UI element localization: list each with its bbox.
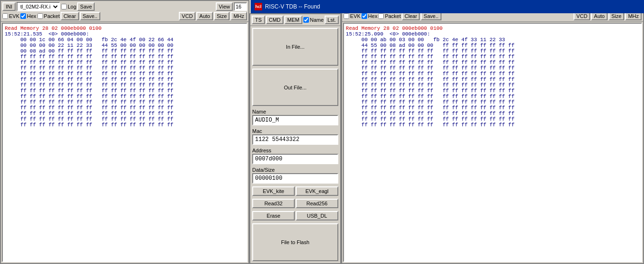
ts-button[interactable]: TS: [252, 16, 265, 24]
right-hex-line: ff ff ff ff ff ff ff ff ff ff ff ff ff f…: [346, 88, 639, 94]
left-log-label: Log: [68, 4, 76, 9]
lst-button[interactable]: Lst.: [325, 16, 339, 24]
right-hex-line: 44 55 00 08 ad 00 00 00 ff ff ff ff ff f…: [346, 43, 639, 48]
left-panel: INI tl_02M2-RX.i Log Save View EVK Hex P…: [0, 0, 249, 264]
left-save-dots-button[interactable]: Save..: [80, 12, 100, 20]
read256-button[interactable]: Read256: [296, 199, 338, 208]
left-clear-button[interactable]: Clear: [61, 12, 79, 20]
cmd-button[interactable]: CMD: [266, 16, 283, 24]
right-hex-lines: 00 00 ab 00 03 00 00 fb 2c 4e 4f 33 11 2…: [346, 37, 639, 128]
left-hex-line: ff ff ff ff ff ff ff ff ff ff ff ff ff f…: [5, 54, 245, 60]
dialog-name-checkbox[interactable]: [303, 17, 309, 23]
left-hex-line: ff ff ff ff ff ff ff ff ff ff ff ff ff f…: [5, 122, 245, 128]
left-save-button[interactable]: Save: [77, 2, 95, 11]
mac-input[interactable]: [252, 134, 338, 145]
evk-eagle-button[interactable]: EVK_eagl: [296, 186, 338, 196]
right-hex-checkbox[interactable]: [362, 13, 367, 19]
usb-dl-button[interactable]: USB_DL: [296, 211, 338, 220]
left-view-num[interactable]: [234, 2, 247, 11]
left-hex-line: ff ff ff ff ff ff ff ff ff ff ff ff ff f…: [5, 60, 245, 65]
left-toolbar: INI tl_02M2-RX.i Log Save View EVK Hex P…: [1, 1, 248, 22]
left-vcd-button[interactable]: VCD: [179, 12, 195, 20]
right-hex-line: ff ff ff ff ff ff ff ff ff ff ff ff ff f…: [346, 54, 639, 60]
left-evk-label: EVK: [9, 13, 19, 19]
dialog-panel: TS CMD MEM Name Lst. In File... Out File…: [249, 13, 341, 264]
name-field-label: Name: [252, 109, 338, 114]
mac-field-group: Mac: [252, 128, 338, 145]
left-hex-line: 00 08 ad 00 ff ff ff ff ff ff ff ff ff f…: [5, 48, 245, 54]
right-hex-line: ff ff ff ff ff ff ff ff ff ff ff ff ff f…: [346, 65, 639, 71]
file-to-flash-button[interactable]: File to Flash: [252, 223, 338, 261]
right-hex-line: ff ff ff ff ff ff ff ff ff ff ff ff ff f…: [346, 122, 639, 128]
left-hex-line: ff ff ff ff ff ff ff ff ff ff ff ff ff f…: [5, 111, 245, 116]
left-ini-button[interactable]: INI: [2, 2, 16, 11]
address-field-label: Address: [252, 148, 338, 153]
right-hex-time: 15:52:25.090 <0> 000eb000:: [346, 31, 639, 37]
left-hex-header: Read Memory 28 02 000eb000 0100: [5, 26, 245, 31]
right-evk-label: EVK: [350, 13, 361, 19]
right-hex-line: ff ff ff ff ff ff ff ff ff ff ff ff ff f…: [346, 99, 639, 105]
left-view-button[interactable]: View: [216, 2, 233, 11]
left-hex-content: Read Memory 28 02 000eb000 0100 15:52:21…: [2, 23, 247, 262]
left-packet-label: Packet: [44, 13, 60, 19]
right-hex-line: ff ff ff ff ff ff ff ff ff ff ff ff ff f…: [346, 94, 639, 99]
right-hex-line: 00 00 ab 00 03 00 00 fb 2c 4e 4f 33 11 2…: [346, 37, 639, 43]
left-size-button[interactable]: Size: [214, 12, 229, 20]
right-hex-line: ff ff ff ff ff ff ff ff ff ff ff ff ff f…: [346, 82, 639, 88]
left-hex-line: ff ff ff ff ff ff ff ff ff ff ff ff ff f…: [5, 94, 245, 99]
left-hex-line: ff ff ff ff ff ff ff ff ff ff ff ff ff f…: [5, 82, 245, 88]
right-packet-checkbox[interactable]: [378, 13, 384, 19]
left-hex-line: 00 00 1c 00 66 04 00 00 fb 2c 4e 4f 00 2…: [5, 37, 245, 43]
left-evk-checkbox[interactable]: [2, 13, 8, 19]
right-evk-checkbox[interactable]: [344, 13, 349, 19]
left-toolbar-row1: INI tl_02M2-RX.i Log Save View: [2, 2, 247, 11]
title-icon: hcl: [255, 3, 262, 10]
left-toolbar-row2: EVK Hex Packet Clear Save.. VCD Auto Siz…: [2, 12, 247, 20]
dialog-body: In File... Out File... Name Mac Address …: [250, 26, 340, 263]
dialog-name-label: Name: [310, 17, 324, 23]
data-size-field-label: Data/Size: [252, 167, 338, 173]
right-hex-line: ff ff ff ff ff ff ff ff ff ff ff ff ff f…: [346, 105, 639, 111]
left-device-dropdown[interactable]: tl_02M2-RX.i: [17, 2, 60, 11]
right-hex-line: ff ff ff ff ff ff ff ff ff ff ff ff ff f…: [346, 116, 639, 122]
right-hex-line: ff ff ff ff ff ff ff ff ff ff ff ff ff f…: [346, 60, 639, 65]
title-text: RISC-V TDB -- Found: [265, 3, 320, 10]
left-hex-line: ff ff ff ff ff ff ff ff ff ff ff ff ff f…: [5, 88, 245, 94]
left-hex-line: ff ff ff ff ff ff ff ff ff ff ff ff ff f…: [5, 116, 245, 122]
data-size-field-group: Data/Size: [252, 167, 338, 184]
mac-field-label: Mac: [252, 128, 338, 134]
left-packet-checkbox[interactable]: [37, 13, 43, 19]
data-size-input[interactable]: [252, 173, 338, 184]
right-panel: INI tl_02M2-T0.i Log Save View ▶ EVK Hex…: [341, 0, 644, 264]
evk-kite-button[interactable]: EVK_kite: [252, 186, 295, 196]
out-file-button[interactable]: Out File...: [252, 69, 338, 106]
title-bar: hcl RISC-V TDB -- Found: [251, 0, 644, 13]
left-hex-checkbox[interactable]: [20, 13, 26, 19]
right-hex-label: Hex: [368, 13, 378, 19]
right-hex-header: Read Memory 28 02 000eb000 0100: [346, 26, 639, 31]
address-input[interactable]: [252, 154, 338, 164]
read-btn-row: Read32 Read256: [252, 199, 338, 208]
erase-btn-row: Erase USB_DL: [252, 211, 338, 220]
right-hex-line: ff ff ff ff ff ff ff ff ff ff ff ff ff f…: [346, 71, 639, 77]
left-hex-time: 15:52:21.535 <0> 000eb000:: [5, 31, 245, 37]
name-field-group: Name: [252, 109, 338, 125]
right-hex-content: Read Memory 28 02 000eb000 0100 15:52:25…: [343, 23, 642, 262]
evk-btn-row: EVK_kite EVK_eagl: [252, 186, 338, 196]
mem-button[interactable]: MEM: [284, 16, 302, 24]
read32-button[interactable]: Read32: [252, 199, 295, 208]
name-input[interactable]: [252, 115, 338, 125]
address-field-group: Address: [252, 148, 338, 164]
left-hex-line: 00 00 00 00 22 11 22 33 44 55 00 00 00 0…: [5, 43, 245, 48]
left-hex-label: Hex: [27, 13, 36, 19]
in-file-button[interactable]: In File...: [252, 28, 338, 66]
left-log-checkbox[interactable]: [61, 4, 67, 9]
main-container: INI tl_02M2-RX.i Log Save View EVK Hex P…: [0, 0, 644, 264]
left-auto-button[interactable]: Auto: [196, 12, 213, 20]
left-hex-line: ff ff ff ff ff ff ff ff ff ff ff ff ff f…: [5, 105, 245, 111]
left-mhz-button[interactable]: MHz: [230, 12, 247, 20]
right-hex-line: ff ff ff ff ff ff ff ff ff ff ff ff ff f…: [346, 48, 639, 54]
left-hex-line: ff ff ff ff ff ff ff ff ff ff ff ff ff f…: [5, 77, 245, 82]
dialog-toolbar: TS CMD MEM Name Lst.: [250, 14, 340, 26]
erase-button[interactable]: Erase: [252, 211, 295, 220]
